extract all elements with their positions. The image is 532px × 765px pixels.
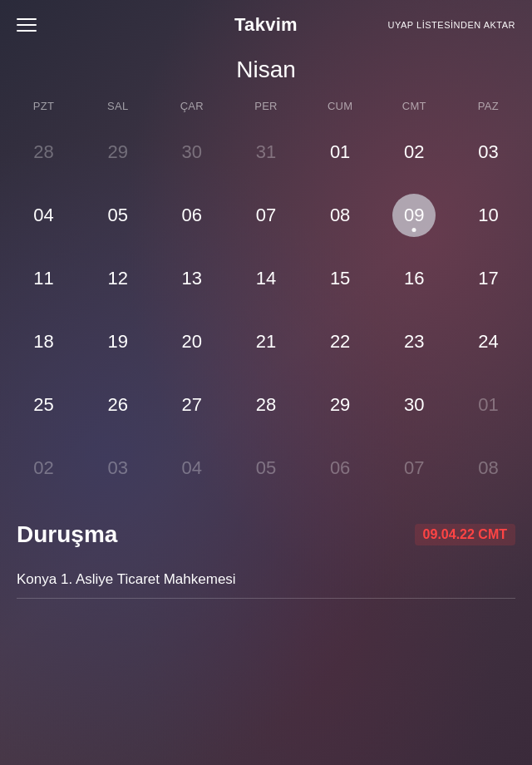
- calendar-cell: 21: [229, 312, 303, 372]
- calendar-day[interactable]: 10: [466, 194, 510, 237]
- calendar-day[interactable]: 13: [170, 257, 214, 300]
- calendar-day[interactable]: 03: [96, 447, 140, 490]
- calendar-cell: 15: [303, 249, 377, 308]
- calendar-cell: 28: [7, 122, 81, 182]
- events-title: Duruşma: [17, 521, 117, 548]
- events-header: Duruşma 09.04.22 CMT: [17, 521, 515, 548]
- calendar-day[interactable]: 28: [244, 383, 288, 427]
- calendar-day[interactable]: 07: [244, 194, 288, 237]
- calendar-day[interactable]: 25: [22, 383, 66, 427]
- day-header: CMT: [377, 96, 451, 116]
- calendar-day[interactable]: 17: [466, 257, 510, 300]
- calendar-day[interactable]: 22: [318, 320, 362, 363]
- calendar-day[interactable]: 26: [96, 383, 140, 427]
- calendar-day[interactable]: 15: [318, 257, 362, 300]
- events-date-badge: 09.04.22 CMT: [415, 524, 515, 545]
- calendar-cell: 02: [7, 438, 81, 498]
- calendar-cell: 25: [7, 375, 81, 435]
- calendar-cell: 03: [81, 438, 155, 498]
- calendar-cell: 27: [155, 375, 229, 435]
- calendar-day[interactable]: 24: [466, 320, 510, 363]
- calendar-cell: 29: [303, 375, 377, 435]
- calendar-cell: 18: [7, 312, 81, 372]
- events-list: Konya 1. Asliye Ticaret Mahkemesi: [17, 561, 515, 599]
- calendar-cell: 05: [81, 185, 155, 245]
- calendar-day[interactable]: 19: [96, 320, 140, 363]
- calendar-cell: 19: [81, 312, 155, 372]
- day-header: PAZ: [451, 96, 525, 116]
- app-title: Takvim: [234, 14, 298, 36]
- calendar-day[interactable]: 21: [244, 320, 288, 363]
- calendar-day[interactable]: 16: [392, 257, 436, 300]
- calendar-day[interactable]: 23: [392, 320, 436, 363]
- calendar-cell: 24: [451, 312, 525, 372]
- calendar-day[interactable]: 04: [170, 447, 214, 490]
- calendar-day[interactable]: 30: [170, 131, 214, 174]
- calendar-day[interactable]: 03: [466, 131, 510, 174]
- calendar-day[interactable]: 29: [318, 383, 362, 427]
- calendar-day[interactable]: 11: [22, 257, 66, 300]
- calendar-day[interactable]: 09: [392, 194, 436, 237]
- calendar-cell: 20: [155, 312, 229, 372]
- calendar-cell: 04: [155, 438, 229, 498]
- calendar-day[interactable]: 02: [392, 131, 436, 174]
- day-header: PER: [229, 96, 303, 116]
- calendar-cell: 08: [303, 185, 377, 245]
- calendar-day[interactable]: 20: [170, 320, 214, 363]
- header: Takvim UYAP LİSTESİNDEN AKTAR: [0, 0, 532, 50]
- calendar-cell: 29: [81, 122, 155, 182]
- calendar-cell: 22: [303, 312, 377, 372]
- calendar-day[interactable]: 29: [96, 131, 140, 174]
- import-action[interactable]: UYAP LİSTESİNDEN AKTAR: [388, 20, 515, 30]
- calendar-cell: 30: [155, 122, 229, 182]
- calendar-cell: 23: [377, 312, 451, 372]
- calendar-cell: 11: [7, 249, 81, 308]
- events-section: Duruşma 09.04.22 CMT Konya 1. Asliye Tic…: [0, 508, 532, 765]
- calendar-cell: 04: [7, 185, 81, 245]
- calendar-day[interactable]: 04: [22, 194, 66, 237]
- event-name: Konya 1. Asliye Ticaret Mahkemesi: [17, 571, 236, 587]
- calendar-day[interactable]: 05: [244, 447, 288, 490]
- calendar-day[interactable]: 01: [466, 383, 510, 427]
- calendar-cell: 16: [377, 249, 451, 308]
- calendar-day[interactable]: 02: [22, 447, 66, 490]
- calendar-day[interactable]: 14: [244, 257, 288, 300]
- calendar-cell: 01: [451, 375, 525, 435]
- calendar-day[interactable]: 18: [22, 320, 66, 363]
- calendar-day[interactable]: 31: [244, 131, 288, 174]
- month-title: Nisan: [0, 50, 532, 96]
- calendar-day[interactable]: 08: [318, 194, 362, 237]
- calendar-day[interactable]: 06: [318, 447, 362, 490]
- calendar-cell: 08: [451, 438, 525, 498]
- calendar-cell: 06: [303, 438, 377, 498]
- calendar-cell: 07: [229, 185, 303, 245]
- calendar-day[interactable]: 01: [318, 131, 362, 174]
- calendar-day[interactable]: 07: [392, 447, 436, 490]
- calendar-day[interactable]: 12: [96, 257, 140, 300]
- calendar-day[interactable]: 27: [170, 383, 214, 427]
- calendar-cell: 28: [229, 375, 303, 435]
- calendar-cell: 12: [81, 249, 155, 308]
- calendar-cell: 17: [451, 249, 525, 308]
- calendar-day[interactable]: 05: [96, 194, 140, 237]
- calendar-day[interactable]: 30: [392, 383, 436, 427]
- calendar-cell: 13: [155, 249, 229, 308]
- calendar-cell: 02: [377, 122, 451, 182]
- calendar-cell: 09: [377, 185, 451, 245]
- calendar-cell: 30: [377, 375, 451, 435]
- day-header: SAL: [81, 96, 155, 116]
- day-header: PZT: [7, 96, 81, 116]
- calendar-day[interactable]: 06: [170, 194, 214, 237]
- calendar-day[interactable]: 08: [466, 447, 510, 490]
- calendar-cell: 07: [377, 438, 451, 498]
- calendar-grid: 2829303101020304050607080910111213141516…: [7, 122, 525, 498]
- day-header: CUM: [303, 96, 377, 116]
- calendar-day[interactable]: 28: [22, 131, 66, 174]
- list-item[interactable]: Konya 1. Asliye Ticaret Mahkemesi: [17, 561, 515, 599]
- calendar-cell: 31: [229, 122, 303, 182]
- menu-icon[interactable]: [17, 18, 37, 32]
- calendar-cell: 05: [229, 438, 303, 498]
- day-headers: PZTSALÇARPERCUMCMTPAZ: [7, 96, 525, 116]
- calendar-cell: 06: [155, 185, 229, 245]
- calendar-cell: 14: [229, 249, 303, 308]
